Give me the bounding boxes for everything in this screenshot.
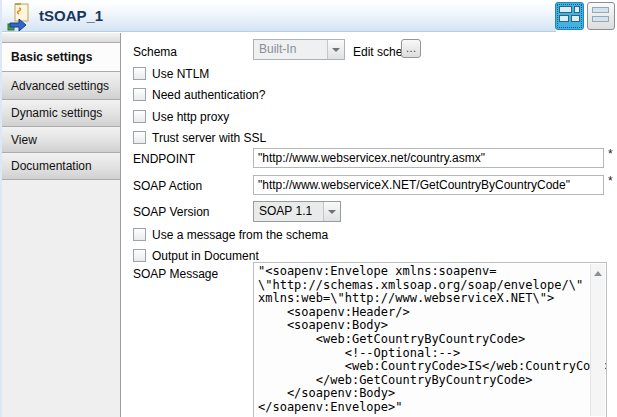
endpoint-label: ENDPOINT [133, 152, 195, 166]
tab-strip-top [2, 33, 120, 43]
soap-version-combo[interactable]: SOAP 1.1 [253, 201, 341, 222]
tab-label: Basic settings [11, 50, 92, 64]
schema-combo-value: Built-In [254, 40, 327, 59]
use-http-proxy-checkbox[interactable] [133, 110, 146, 123]
tab-dynamic-settings[interactable]: Dynamic settings [2, 100, 120, 127]
use-message-from-schema-checkbox[interactable] [133, 228, 146, 241]
edit-schema-button[interactable]: … [401, 39, 421, 58]
dropdown-arrow-icon [323, 202, 340, 221]
soap-message-content: "<soapenv:Envelope xmlns:soapenv= \"http… [254, 263, 606, 417]
soap-action-label: SOAP Action [133, 179, 202, 193]
stacked-layout-button[interactable] [587, 2, 615, 30]
tab-label: Dynamic settings [11, 106, 102, 120]
endpoint-required-marker: * [608, 147, 613, 161]
tab-label: View [11, 133, 37, 147]
schema-label: Schema [133, 45, 177, 59]
use-http-proxy-row: Use http proxy [133, 109, 229, 124]
checkbox-label: Use NTLM [152, 67, 209, 81]
trust-server-ssl-checkbox[interactable] [133, 131, 146, 144]
need-authentication-checkbox[interactable] [133, 88, 146, 101]
endpoint-input[interactable] [253, 148, 604, 168]
need-authentication-row: Need authentication? [133, 87, 265, 102]
tab-label: Advanced settings [11, 79, 109, 93]
use-ntlm-row: Use NTLM [133, 66, 209, 81]
soap-version-label: SOAP Version [133, 205, 210, 219]
tab-view[interactable]: View [2, 127, 120, 153]
soap-message-label: SOAP Message [133, 267, 218, 281]
checkbox-label: Use a message from the schema [152, 228, 328, 242]
component-title: tSOAP_1 [39, 7, 103, 24]
tab-advanced-settings[interactable]: Advanced settings [2, 72, 120, 100]
schema-combo: Built-In [253, 39, 345, 60]
trust-server-ssl-row: Trust server with SSL [133, 130, 266, 145]
component-settings-panel: tSOAP_1 Basic settin [0, 0, 617, 417]
checkbox-label: Trust server with SSL [152, 131, 266, 145]
soap-action-input[interactable] [253, 175, 604, 195]
basic-settings-form: Schema Built-In Edit schema … Use NTLM N… [122, 33, 617, 417]
checkbox-label: Need authentication? [152, 88, 265, 102]
tab-label: Documentation [11, 159, 92, 173]
tsoap-component-icon [7, 3, 34, 31]
header: tSOAP_1 [0, 0, 617, 33]
rows-view-icon [592, 6, 610, 26]
checkbox-label: Output in Document [152, 249, 259, 263]
soap-message-scrollbar[interactable] [590, 264, 605, 416]
soap-message-textarea[interactable]: "<soapenv:Envelope xmlns:soapenv= \"http… [253, 262, 607, 417]
output-in-document-row: Output in Document [133, 248, 259, 263]
grid-layout-button[interactable] [555, 2, 584, 30]
output-in-document-checkbox[interactable] [133, 249, 146, 262]
scroll-up-icon [594, 271, 602, 276]
dropdown-arrow-icon [327, 40, 344, 59]
checkbox-label: Use http proxy [152, 110, 229, 124]
sidebar: Basic settings Advanced settings Dynamic… [2, 33, 121, 417]
tab-documentation[interactable]: Documentation [2, 153, 120, 180]
soap-action-required-marker: * [608, 174, 613, 188]
grid-view-icon [559, 6, 581, 26]
use-ntlm-checkbox[interactable] [133, 67, 146, 80]
tab-basic-settings[interactable]: Basic settings [2, 43, 120, 72]
use-message-from-schema-row: Use a message from the schema [133, 227, 328, 242]
soap-version-value: SOAP 1.1 [254, 202, 323, 221]
